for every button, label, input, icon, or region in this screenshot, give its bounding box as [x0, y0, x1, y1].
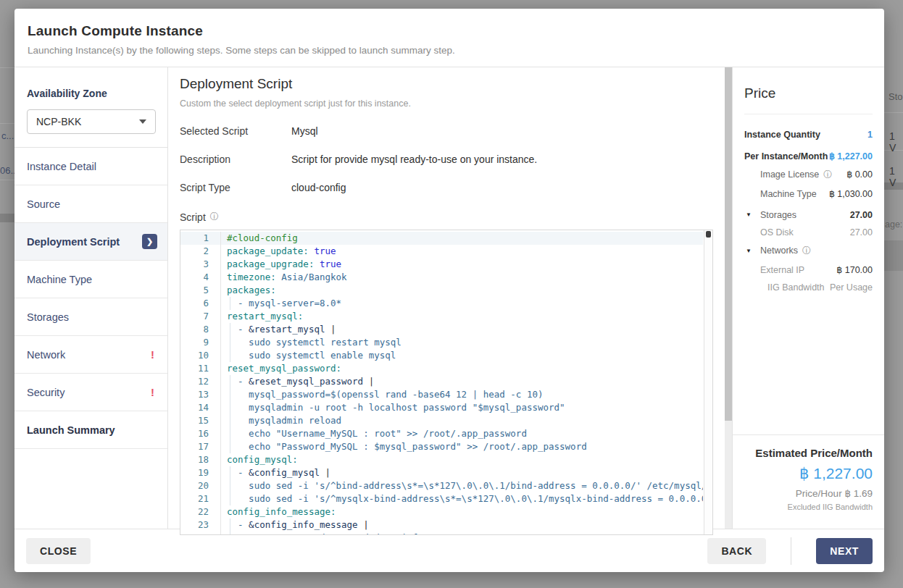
code-text: echo "Password_MySQL : $mysql_password" …	[221, 440, 703, 453]
info-icon[interactable]: ⓘ	[823, 169, 832, 181]
sidebar-item-storages[interactable]: Storages	[14, 298, 167, 336]
price-row: OS Disk27.00	[744, 227, 873, 238]
code-line: 20 sudo sed -i 's/^bind-address\s*=\s*12…	[180, 479, 703, 492]
dialog-footer: CLOSE BACK NEXT	[14, 529, 884, 572]
code-line: 5packages:	[180, 284, 703, 297]
sidebar-item-network[interactable]: Network!	[14, 336, 167, 374]
price-row: External IP฿ 170.00	[744, 264, 873, 275]
sidebar-item-label: Storages	[27, 311, 69, 323]
indent-guide	[230, 518, 230, 532]
code-text: sudo systemctl enable mysql	[221, 349, 703, 362]
code-line: 19 - &config_mysql |	[180, 466, 703, 479]
code-scrollbar[interactable]	[704, 230, 712, 534]
field-value: Mysql	[291, 125, 318, 137]
indent-guide	[230, 414, 230, 427]
price-row-value: Per Usage	[830, 282, 873, 293]
collapse-caret-icon[interactable]: ▼	[746, 211, 752, 218]
script-code-editor[interactable]: 1#cloud-config2package_update: true3pack…	[180, 230, 713, 535]
line-number: 9	[180, 336, 221, 349]
code-text: timezone: Asia/Bangkok	[221, 271, 703, 284]
code-text: restart_mysql:	[221, 310, 703, 323]
sidebar-item-instance-detail[interactable]: Instance Detail	[14, 148, 167, 185]
code-line: 11reset_mysql_password:	[180, 362, 703, 375]
line-number: 11	[180, 362, 221, 375]
line-number: 24	[180, 532, 221, 535]
sidebar-item-security[interactable]: Security!	[14, 374, 167, 411]
code-text: sudo systemctl restart mysql	[221, 336, 703, 349]
price-row: IIG BandwidthPer Usage	[744, 282, 873, 293]
code-line: 2package_update: true	[180, 245, 703, 258]
code-text: config_mysql:	[221, 453, 703, 466]
field-label: Description	[180, 154, 291, 165]
field-row: DescriptionScript for provide mysql read…	[180, 154, 713, 165]
backdrop-fragment: age:	[885, 219, 902, 230]
deployment-script-panel: Deployment Script Custom the select depl…	[168, 67, 732, 529]
info-icon[interactable]: ⓘ	[802, 245, 811, 257]
chevron-down-icon	[139, 119, 146, 124]
price-row: ▼Storages27.00	[744, 210, 873, 220]
line-number: 19	[180, 466, 221, 479]
estimated-price-value: ฿ 1,227.00	[744, 465, 873, 482]
section-heading: Deployment Script	[180, 76, 713, 92]
price-row-value: ฿ 1,030.00	[829, 188, 873, 199]
code-line: 24 cat >>/etc/update-motd.d/99-info-mess…	[180, 532, 703, 535]
sidebar-item-source[interactable]: Source	[14, 185, 167, 223]
availability-zone-select[interactable]: NCP-BKK	[27, 109, 156, 134]
code-text: packages:	[221, 284, 703, 297]
indent-guide	[230, 375, 230, 388]
code-scrollbar-thumb[interactable]	[706, 231, 711, 238]
sidebar-item-machine-type[interactable]: Machine Type	[14, 261, 167, 298]
code-line: 18config_mysql:	[180, 453, 703, 466]
line-number: 1	[180, 232, 221, 245]
warning-icon: !	[151, 386, 154, 398]
section-description: Custom the select deployment script just…	[180, 98, 713, 109]
info-icon[interactable]: ⓘ	[210, 211, 219, 223]
code-line: 21 sudo sed -i 's/^mysqlx-bind-address\s…	[180, 492, 703, 505]
price-row: Image Licenseⓘ฿ 0.00	[744, 169, 873, 181]
next-button[interactable]: NEXT	[816, 538, 873, 564]
indent-guide	[230, 427, 230, 440]
price-row-value: ฿ 170.00	[836, 264, 873, 275]
price-row-value: 1	[867, 130, 873, 140]
dialog-subtitle: Launching Instance(s) by the following s…	[28, 45, 871, 56]
code-line: 14 mysqladmin -u root -h localhost passw…	[180, 401, 703, 414]
sidebar-item-deployment-script[interactable]: Deployment Script❯	[14, 223, 167, 261]
code-text: - mysql-server=8.0*	[221, 297, 703, 310]
code-lines: 1#cloud-config2package_update: true3pack…	[180, 232, 703, 535]
price-row: Per Instance/Month฿ 1,227.00	[744, 151, 873, 161]
code-text: mysqladmin -u root -h localhost password…	[221, 401, 703, 414]
availability-zone-label: Availability Zone	[27, 88, 156, 99]
price-rows: Instance Quantity1Per Instance/Month฿ 1,…	[744, 130, 873, 300]
code-text: - &config_info_message |	[221, 518, 703, 532]
indent-guide	[230, 297, 230, 310]
code-text: cat >>/etc/update-motd.d/99-info-message…	[221, 532, 703, 535]
line-number: 6	[180, 297, 221, 310]
sidebar-steps: Instance DetailSourceDeployment Script❯M…	[14, 148, 167, 449]
code-text: config_info_message:	[221, 505, 703, 518]
collapse-caret-icon[interactable]: ▼	[746, 248, 752, 254]
dialog-title: Launch Compute Instance	[28, 23, 871, 39]
field-list: Selected ScriptMysqlDescriptionScript fo…	[180, 125, 713, 193]
indent-guide	[230, 336, 230, 349]
chevron-right-icon: ❯	[142, 234, 157, 249]
line-number: 4	[180, 271, 221, 284]
line-number: 5	[180, 284, 221, 297]
field-value: cloud-config	[291, 182, 346, 193]
backdrop-line	[0, 180, 14, 180]
code-text: #cloud-config	[221, 232, 703, 245]
indent-guide	[230, 323, 230, 336]
close-button[interactable]: CLOSE	[26, 538, 91, 564]
back-button[interactable]: BACK	[707, 538, 766, 564]
main-scrollbar-thumb[interactable]	[725, 67, 732, 421]
script-label: Script	[180, 211, 206, 223]
main-scrollbar[interactable]	[725, 67, 732, 529]
code-line: 9 sudo systemctl restart mysql	[180, 336, 703, 349]
field-row: Selected ScriptMysql	[180, 125, 713, 137]
code-text: mysqladmin reload	[221, 414, 703, 427]
line-number: 16	[180, 427, 221, 440]
sidebar-item-launch-summary[interactable]: Launch Summary	[14, 411, 167, 449]
line-number: 17	[180, 440, 221, 453]
price-row-label: Machine Type	[744, 189, 817, 199]
price-row-label: OS Disk	[744, 227, 794, 238]
price-row-label: Per Instance/Month	[744, 151, 828, 161]
